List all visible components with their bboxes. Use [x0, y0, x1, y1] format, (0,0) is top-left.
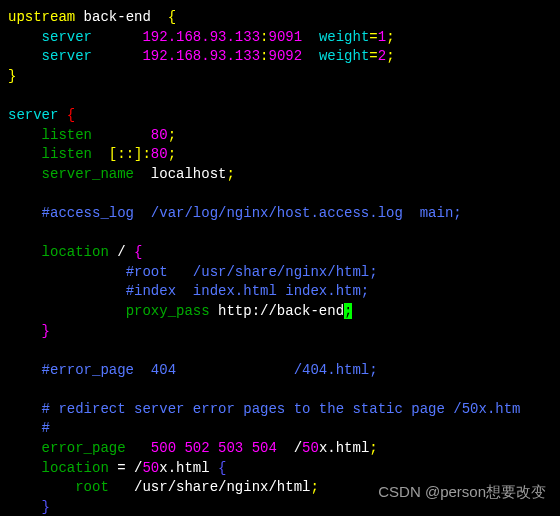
line-location: location / { [8, 243, 552, 263]
line-redirect2: # [8, 419, 552, 439]
line-accesslog: #access_log /var/log/nginx/host.access.l… [8, 204, 552, 224]
code-block: upstream back-end { server 192.168.93.13… [8, 8, 552, 516]
line-servername: server_name localhost; [8, 165, 552, 185]
line-location2: location = /50x.html { [8, 459, 552, 479]
line-redirect1: # redirect server error pages to the sta… [8, 400, 552, 420]
line-errorpage: error_page 500 502 503 504 /50x.html; [8, 439, 552, 459]
cursor-icon: ; [344, 303, 352, 319]
line-server2: server 192.168.93.133:9092 weight=2; [8, 47, 552, 67]
line-upstream-close: } [8, 67, 552, 87]
line-server-block: server { [8, 106, 552, 126]
line-errorpage-c: #error_page 404 /404.html; [8, 361, 552, 381]
line-root-c: #root /usr/share/nginx/html; [8, 263, 552, 283]
line-listen2: listen [::]:80; [8, 145, 552, 165]
line-index-c: #index index.html index.htm; [8, 282, 552, 302]
line-loc-close: } [8, 322, 552, 342]
line-server1: server 192.168.93.133:9091 weight=1; [8, 28, 552, 48]
watermark: CSDN @person想要改变 [378, 481, 546, 502]
line-proxy: proxy_pass http://back-end; [8, 302, 552, 322]
line-listen1: listen 80; [8, 126, 552, 146]
line-upstream: upstream back-end { [8, 8, 552, 28]
